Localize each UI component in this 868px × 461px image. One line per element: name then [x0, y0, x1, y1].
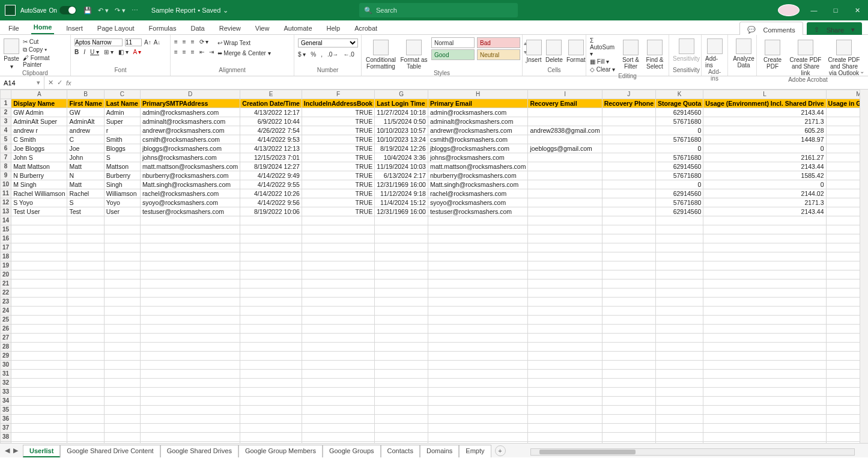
row-header[interactable]: 16: [1, 234, 11, 243]
cell[interactable]: [104, 415, 140, 424]
cell[interactable]: [703, 270, 826, 279]
copy-button[interactable]: ⧉ Copy ▾: [23, 46, 67, 53]
cell[interactable]: [67, 298, 104, 307]
col-header[interactable]: A: [11, 90, 67, 99]
cell[interactable]: Test: [67, 207, 104, 216]
cell[interactable]: [104, 343, 140, 352]
cell[interactable]: [375, 361, 428, 370]
cell[interactable]: 2171.3: [703, 117, 826, 126]
horizontal-scrollbar[interactable]: [530, 448, 855, 456]
cell[interactable]: matt.mattson@rocksmashers.com: [140, 162, 240, 171]
cell[interactable]: [703, 307, 826, 316]
cell[interactable]: [656, 325, 703, 334]
cell[interactable]: 10/10/2023 13:24: [375, 135, 428, 144]
cell[interactable]: [140, 397, 240, 406]
cell[interactable]: 11/27/2024 10:18: [375, 108, 428, 117]
cell[interactable]: [140, 370, 240, 379]
cell[interactable]: [656, 433, 703, 442]
cell[interactable]: [703, 298, 826, 307]
cell[interactable]: [375, 261, 428, 270]
cell[interactable]: [302, 252, 374, 261]
header-cell[interactable]: IncludeInAddressBook: [302, 99, 374, 108]
cell[interactable]: johns@rocksmashers.com: [428, 153, 527, 162]
cell[interactable]: 57671680: [656, 198, 703, 207]
delete-cells-button[interactable]: Delete: [545, 37, 563, 63]
cell[interactable]: [140, 234, 240, 243]
cell[interactable]: Rachel Williamson: [11, 189, 67, 198]
cell[interactable]: [67, 307, 104, 316]
row-header[interactable]: 20: [1, 270, 11, 279]
cell[interactable]: [602, 216, 655, 225]
tab-pagelayout[interactable]: Page Layout: [95, 22, 137, 34]
sheet-nav-next-icon[interactable]: ▶: [13, 447, 18, 454]
cell[interactable]: [302, 216, 374, 225]
cell[interactable]: [67, 415, 104, 424]
cell[interactable]: [528, 261, 602, 270]
col-header[interactable]: H: [428, 90, 527, 99]
cell[interactable]: [104, 433, 140, 442]
cell[interactable]: 57671680: [656, 153, 703, 162]
cell[interactable]: [104, 225, 140, 234]
row-header[interactable]: 31: [1, 370, 11, 379]
cell[interactable]: [703, 361, 826, 370]
cell[interactable]: [656, 289, 703, 298]
cell[interactable]: [140, 225, 240, 234]
cell[interactable]: [656, 243, 703, 252]
cell[interactable]: r: [104, 126, 140, 135]
row-header[interactable]: 30: [1, 361, 11, 370]
cell[interactable]: [240, 216, 302, 225]
cell[interactable]: [528, 270, 602, 279]
col-header[interactable]: J: [602, 90, 655, 99]
cell[interactable]: [375, 279, 428, 289]
cell[interactable]: N Burberry: [11, 171, 67, 180]
row-header[interactable]: 22: [1, 289, 11, 298]
cell[interactable]: [375, 343, 428, 352]
header-cell[interactable]: Last Login Time: [375, 99, 428, 108]
cell[interactable]: nburberry@rocksmashers.com: [428, 171, 527, 180]
cell[interactable]: [67, 270, 104, 279]
cell[interactable]: [528, 198, 602, 207]
cell[interactable]: [67, 424, 104, 433]
cell[interactable]: [602, 135, 655, 144]
cell[interactable]: [11, 415, 67, 424]
cell[interactable]: 57671680: [656, 117, 703, 126]
cell[interactable]: [602, 343, 655, 352]
cell[interactable]: [302, 270, 374, 279]
cell[interactable]: johns@rocksmashers.com: [140, 153, 240, 162]
cell[interactable]: [240, 234, 302, 243]
cell[interactable]: TRUE: [302, 126, 374, 135]
cell[interactable]: [67, 370, 104, 379]
cell[interactable]: TRUE: [302, 189, 374, 198]
cell[interactable]: 2161.27: [703, 153, 826, 162]
cell[interactable]: [602, 207, 655, 216]
cell[interactable]: [140, 325, 240, 334]
row-header[interactable]: 26: [1, 325, 11, 334]
cell[interactable]: [656, 352, 703, 361]
italic-button[interactable]: I: [83, 49, 85, 55]
cell[interactable]: 2143.44: [703, 108, 826, 117]
cell[interactable]: 4/14/2022 9:55: [240, 180, 302, 189]
row-header[interactable]: 28: [1, 343, 11, 352]
cell[interactable]: [602, 153, 655, 162]
cell[interactable]: [240, 415, 302, 424]
cell[interactable]: matt.mattson@rocksmashers.com: [428, 162, 527, 171]
cell[interactable]: [375, 334, 428, 343]
cell[interactable]: [428, 361, 527, 370]
cell[interactable]: [375, 316, 428, 325]
cell[interactable]: 8/19/2024 12:27: [240, 162, 302, 171]
row-header[interactable]: 19: [1, 261, 11, 270]
fx-icon[interactable]: fx: [66, 79, 71, 87]
cell[interactable]: [528, 406, 602, 415]
sheet-tab[interactable]: Contacts: [381, 445, 420, 457]
cell[interactable]: [104, 298, 140, 307]
cell[interactable]: 2143.44: [703, 162, 826, 171]
col-header[interactable]: E: [240, 90, 302, 99]
cell[interactable]: [104, 370, 140, 379]
collapse-ribbon-icon[interactable]: ⌄: [860, 68, 864, 75]
name-box[interactable]: A14▾: [0, 76, 44, 89]
cell[interactable]: [240, 424, 302, 433]
cell[interactable]: [375, 252, 428, 261]
cell[interactable]: [11, 379, 67, 388]
cell[interactable]: [302, 352, 374, 361]
row-header[interactable]: 11: [1, 189, 11, 198]
